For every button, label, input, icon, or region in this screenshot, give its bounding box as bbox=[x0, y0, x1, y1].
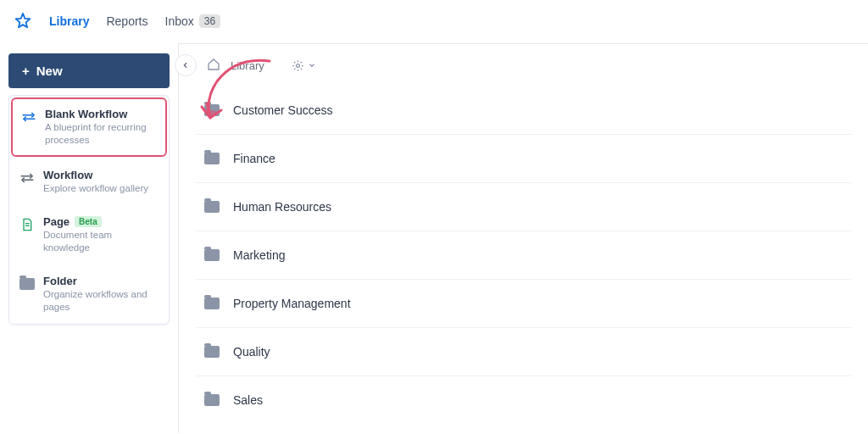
settings-menu[interactable] bbox=[292, 59, 316, 72]
beta-badge: Beta bbox=[75, 216, 102, 227]
menu-item-title: Workflow bbox=[43, 169, 148, 181]
menu-blank-workflow[interactable]: Blank Workflow A blueprint for recurring… bbox=[11, 97, 167, 157]
menu-item-desc: A blueprint for recurring processes bbox=[45, 121, 157, 147]
nav-inbox[interactable]: Inbox 36 bbox=[165, 14, 221, 28]
chevron-down-icon bbox=[308, 61, 316, 70]
folder-icon bbox=[204, 201, 220, 213]
folder-name: Sales bbox=[233, 393, 263, 407]
nav-inbox-label: Inbox bbox=[165, 14, 194, 28]
gear-icon bbox=[292, 59, 304, 72]
breadcrumb-library[interactable]: Library bbox=[231, 59, 264, 72]
menu-page[interactable]: Page Beta Document team knowledge bbox=[9, 205, 169, 264]
folder-icon bbox=[204, 153, 220, 164]
sidebar: + New Blank Workflow A blueprint for rec… bbox=[0, 43, 178, 433]
folder-icon bbox=[19, 276, 35, 292]
folder-row[interactable]: Human Resources bbox=[196, 183, 851, 231]
menu-item-title: Page Beta bbox=[43, 215, 159, 228]
breadcrumb: Library bbox=[179, 44, 868, 86]
folder-name: Human Resources bbox=[233, 200, 331, 214]
home-icon[interactable] bbox=[207, 58, 220, 74]
page-icon bbox=[19, 217, 35, 232]
main-content: Library Customer Success Finance Human R… bbox=[178, 43, 868, 433]
folder-row[interactable]: Customer Success bbox=[196, 86, 851, 135]
menu-workflow[interactable]: Workflow Explore workflow gallery bbox=[9, 159, 169, 205]
folder-icon bbox=[204, 346, 220, 358]
app-logo[interactable] bbox=[14, 12, 32, 31]
menu-item-title: Blank Workflow bbox=[45, 108, 157, 120]
menu-item-desc: Organize workflows and pages bbox=[43, 288, 159, 314]
menu-item-title: Folder bbox=[43, 275, 159, 287]
folder-icon bbox=[204, 249, 220, 261]
folder-row[interactable]: Finance bbox=[196, 135, 851, 183]
workflow-icon bbox=[21, 109, 36, 125]
folder-name: Property Management bbox=[233, 297, 351, 310]
plus-icon: + bbox=[22, 64, 30, 78]
folder-row[interactable]: Property Management bbox=[196, 280, 851, 328]
folder-name: Marketing bbox=[233, 248, 285, 262]
folder-name: Quality bbox=[233, 345, 270, 359]
folder-row[interactable]: Sales bbox=[196, 376, 851, 424]
folder-row[interactable]: Marketing bbox=[196, 231, 851, 280]
svg-point-2 bbox=[296, 64, 299, 67]
top-navigation: Library Reports Inbox 36 bbox=[0, 0, 868, 43]
workflow-icon bbox=[19, 170, 35, 186]
back-button[interactable] bbox=[175, 54, 197, 76]
folder-icon bbox=[204, 104, 220, 116]
menu-item-desc: Document team knowledge bbox=[43, 229, 159, 254]
menu-item-desc: Explore workflow gallery bbox=[43, 182, 148, 195]
nav-library[interactable]: Library bbox=[49, 14, 89, 28]
menu-folder[interactable]: Folder Organize workflows and pages bbox=[9, 264, 169, 324]
new-button[interactable]: + New bbox=[8, 53, 170, 88]
menu-item-title-text: Page bbox=[43, 215, 70, 228]
folder-icon bbox=[204, 394, 220, 406]
new-dropdown: Blank Workflow A blueprint for recurring… bbox=[8, 95, 170, 325]
folder-list: Customer Success Finance Human Resources… bbox=[179, 86, 868, 424]
folder-icon bbox=[204, 298, 220, 309]
folder-name: Customer Success bbox=[233, 103, 332, 117]
new-button-label: New bbox=[36, 64, 63, 78]
folder-row[interactable]: Quality bbox=[196, 328, 851, 376]
folder-name: Finance bbox=[233, 152, 275, 165]
inbox-count-badge: 36 bbox=[199, 14, 220, 28]
nav-reports[interactable]: Reports bbox=[106, 14, 147, 28]
